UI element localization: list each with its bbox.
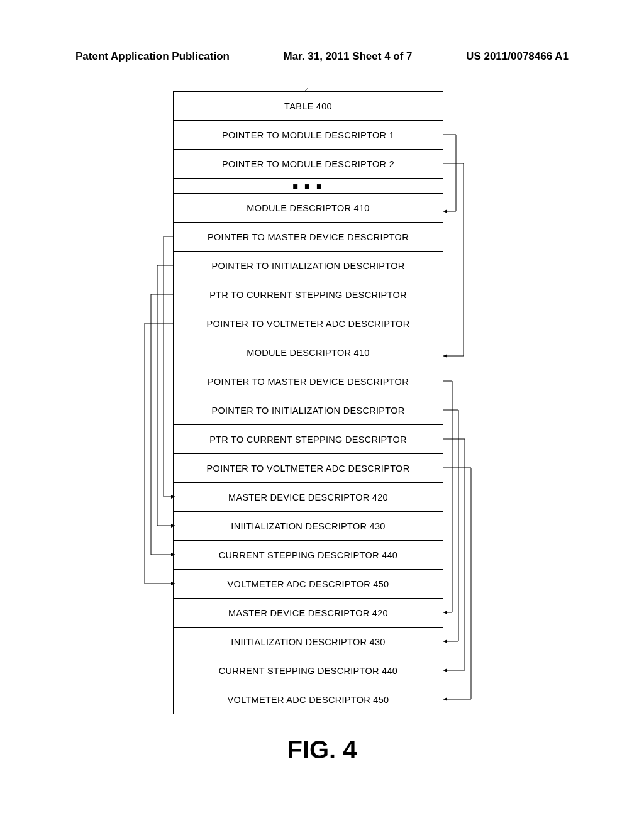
patent-page: Patent Application Publication Mar. 31, …	[0, 0, 644, 830]
table-row: POINTER TO VOLTMETER ADC DESCRIPTOR	[173, 454, 443, 483]
table-row: PTR TO CURRENT STEPPING DESCRIPTOR	[173, 425, 443, 454]
header-mid: Mar. 31, 2011 Sheet 4 of 7	[230, 50, 466, 63]
figure-label: FIG. 4	[0, 736, 644, 764]
descriptor-table: TABLE 400 POINTER TO MODULE DESCRIPTOR 1…	[173, 91, 443, 714]
table-row: POINTER TO VOLTMETER ADC DESCRIPTOR	[173, 309, 443, 338]
table-row: PTR TO CURRENT STEPPING DESCRIPTOR	[173, 280, 443, 309]
table-row: MASTER DEVICE DESCRIPTOR 420	[173, 483, 443, 512]
table-row: CURRENT STEPPING DESCRIPTOR 440	[173, 541, 443, 570]
table-row: POINTER TO MODULE DESCRIPTOR 1	[173, 121, 443, 150]
table-row-ellipsis: ■ ■ ■	[173, 179, 443, 194]
table-row: MODULE DESCRIPTOR 410	[173, 338, 443, 367]
table-row: CURRENT STEPPING DESCRIPTOR 440	[173, 656, 443, 685]
table-row: POINTER TO INITIALIZATION DESCRIPTOR	[173, 396, 443, 425]
table-row: POINTER TO MASTER DEVICE DESCRIPTOR	[173, 367, 443, 396]
table-row: INIITIALIZATION DESCRIPTOR 430	[173, 512, 443, 541]
diagram: TABLE 400 POINTER TO MODULE DESCRIPTOR 1…	[126, 91, 491, 714]
page-header: Patent Application Publication Mar. 31, …	[75, 50, 569, 63]
table-row: MASTER DEVICE DESCRIPTOR 420	[173, 599, 443, 628]
table-row: INIITIALIZATION DESCRIPTOR 430	[173, 628, 443, 656]
table-title: TABLE 400	[173, 92, 443, 121]
table-row: POINTER TO MODULE DESCRIPTOR 2	[173, 150, 443, 179]
header-right: US 2011/0078466 A1	[466, 50, 569, 63]
table-row: VOLTMETER ADC DESCRIPTOR 450	[173, 685, 443, 714]
table-row: POINTER TO INITIALIZATION DESCRIPTOR	[173, 252, 443, 280]
table-row: VOLTMETER ADC DESCRIPTOR 450	[173, 570, 443, 599]
header-left: Patent Application Publication	[75, 50, 230, 63]
table-row: POINTER TO MASTER DEVICE DESCRIPTOR	[173, 223, 443, 252]
table-row: MODULE DESCRIPTOR 410	[173, 194, 443, 223]
